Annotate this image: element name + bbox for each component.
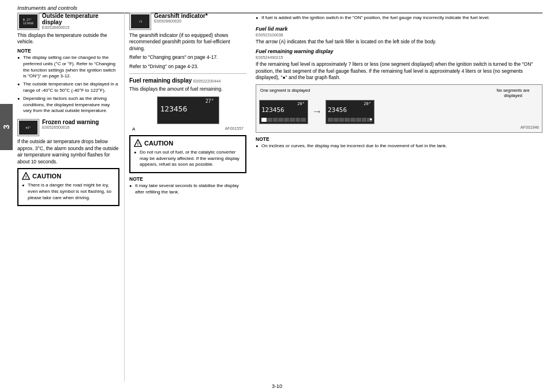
frozen-body: If the outside air temperature drops bel… — [17, 139, 119, 165]
svg-text:!: ! — [25, 174, 27, 180]
segment-displays-row: 20° 123456 — [259, 100, 539, 124]
seg-a7 — [295, 118, 301, 122]
fuel-remaining-title-area: Fuel remaining display E00522200444 — [129, 77, 246, 84]
seg-b5 — [350, 118, 355, 122]
segment-compare-labels: One segment is displayed No segments are… — [259, 88, 539, 98]
gearshift-instrument-img: ↑3 — [129, 13, 151, 30]
frozen-instrument-img: ❄3° — [17, 119, 39, 136]
fuel-display-code: AF001557 — [225, 126, 244, 132]
page-header: Instruments and controls — [17, 5, 542, 13]
seg-b7 — [362, 118, 367, 122]
blink-dot-icon: ● — [369, 117, 372, 122]
right-top-note: If fuel is added with the ignition switc… — [256, 15, 542, 21]
svg-text:!: ! — [137, 141, 139, 147]
no-seg-bar — [328, 118, 372, 122]
no-segment-label: No segments are displayed — [487, 88, 539, 98]
sidebar-tab: 3 — [0, 104, 13, 150]
fuel-warning-code: E00524490215 — [256, 55, 542, 59]
page-container: 3 Instruments and controls N 27°123456 O… — [0, 0, 554, 392]
mid-divider — [129, 73, 246, 74]
outside-temp-title-area: Outside temperature display E00528400015 — [42, 13, 119, 29]
fuel-gauge-bars — [160, 116, 216, 121]
outside-temp-title: Outside temperature display — [42, 13, 119, 25]
gearshift-title: Gearshift indicator* — [154, 13, 208, 19]
caution-triangle-mid-icon: ! — [134, 139, 142, 147]
frozen-title: Frozen road warning — [42, 119, 99, 125]
right-top-note-item: If fuel is added with the ignition switc… — [256, 15, 542, 21]
frozen-title-area: Frozen road warning E00526500016 — [42, 119, 99, 129]
fuel-remaining-note-1: It may take several seconds to stabilise… — [129, 183, 246, 196]
fuel-remaining-title: Fuel remaining display — [129, 77, 192, 84]
fuel-remaining-note: NOTE It may take several seconds to stab… — [129, 176, 246, 196]
seg-b3 — [339, 118, 345, 122]
caution-triangle-icon: ! — [22, 172, 30, 180]
fuel-display-labels: A AF001557 — [129, 126, 246, 132]
fuel-lid-title: Fuel lid mark — [256, 26, 542, 32]
gearshift-refer1: Refer to "Changing gears" on page 4-17. — [129, 54, 246, 61]
fuel-warning-title: Fuel remaining warning display — [256, 48, 542, 54]
mid-column: ↑3 Gearshift indicator* E00928600020 The… — [124, 13, 251, 382]
right-bottom-note-item: On inclines or curves, the display may b… — [256, 143, 542, 150]
gearshift-refer2: Refer to "Driving" on page 4-23. — [129, 64, 246, 70]
outside-temp-instrument-img: N 27°123456 — [17, 13, 39, 30]
no-seg-top: 20° — [364, 102, 371, 106]
seg-a8 — [301, 118, 306, 122]
outside-temp-note-1: The display setting can be changed to th… — [17, 55, 119, 80]
caution-item-mid-1: Do not run out of fuel, or the catalytic… — [134, 150, 242, 168]
fuel-lid-body: The arrow (A) indicates that the fuel ta… — [256, 39, 542, 45]
segment-compare-container: One segment is displayed No segments are… — [256, 84, 542, 133]
outside-temp-code: E00528400015 — [42, 25, 119, 29]
caution-label-mid: CAUTION — [144, 140, 173, 147]
header-title: Instruments and controls — [17, 5, 77, 11]
frozen-warning-section: ❄3° Frozen road warning E00526500016 If … — [17, 119, 119, 206]
seg-a6 — [290, 118, 295, 122]
seg-a4 — [278, 118, 283, 122]
seg-b6 — [356, 118, 361, 122]
page-footer: 3-10 — [0, 383, 554, 389]
page-number: 3-10 — [272, 383, 282, 389]
no-seg-number: 23456 — [328, 106, 347, 114]
fuel-remaining-body: This displays the amount of fuel remaini… — [129, 86, 246, 92]
seg-b1 — [328, 118, 333, 122]
outside-temp-body: This displays the temperature outside th… — [17, 32, 119, 46]
outside-temp-note: NOTE The display setting can be changed … — [17, 48, 119, 114]
fuel-remaining-section: Fuel remaining display E00522200444 This… — [129, 77, 246, 195]
fuel-lid-section: Fuel lid mark E00523100038 The arrow (A)… — [256, 26, 542, 45]
outside-temp-note-2: The outside temperature can be displayed… — [17, 81, 119, 94]
frozen-code: E00526500016 — [42, 125, 99, 129]
main-content: N 27°123456 Outside temperature display … — [17, 13, 542, 382]
seg-a3 — [273, 118, 278, 122]
fuel-remaining-note-label: NOTE — [129, 176, 246, 182]
one-seg-number: 123456 — [261, 106, 285, 114]
fuel-gauge-display: 27° 123456 — [157, 96, 219, 124]
fuel-display-a-label: A — [132, 126, 135, 132]
fuel-lid-code: E00523100038 — [256, 33, 542, 37]
caution-box-mid: ! CAUTION Do not run out of fuel, or the… — [129, 135, 246, 173]
seg-a2 — [267, 118, 272, 122]
fuel-gauge-top: 27° — [205, 99, 214, 104]
seg-a5 — [284, 118, 289, 122]
gearshift-body: The gearshift indicator (if so equipped)… — [129, 32, 246, 52]
right-column: If fuel is added with the ignition switc… — [251, 13, 542, 382]
right-bottom-note: NOTE On inclines or curves, the display … — [256, 136, 542, 150]
no-segment-display: 20° 23456 — [325, 100, 375, 124]
caution-item-left-1: There is a danger the road might be icy,… — [22, 182, 115, 201]
fuel-gauge-number: 123456 — [160, 104, 188, 113]
fuel-warning-section: Fuel remaining warning display E00524490… — [256, 48, 542, 132]
sidebar-tab-label: 3 — [2, 125, 11, 129]
caution-label-left: CAUTION — [32, 173, 61, 180]
gearshift-code: E00928600020 — [154, 19, 208, 23]
segment-display-code: AF001946 — [259, 125, 539, 129]
seg-b4 — [345, 118, 350, 122]
caution-title-left: ! CAUTION — [22, 172, 115, 180]
one-segment-display: 20° 123456 — [259, 100, 308, 124]
left-column: N 27°123456 Outside temperature display … — [17, 13, 124, 382]
fuel-display-container: 27° 123456 — [129, 96, 246, 132]
frozen-header: ❄3° Frozen road warning E00526500016 — [17, 119, 119, 136]
gearshift-header: ↑3 Gearshift indicator* E00928600020 — [129, 13, 246, 30]
outside-temp-header: N 27°123456 Outside temperature display … — [17, 13, 119, 30]
one-seg-bar — [261, 118, 306, 122]
one-segment-label: One segment is displayed — [259, 88, 311, 98]
seg-b2 — [334, 118, 339, 122]
caution-box-left: ! CAUTION There is a danger the road mig… — [17, 168, 119, 206]
